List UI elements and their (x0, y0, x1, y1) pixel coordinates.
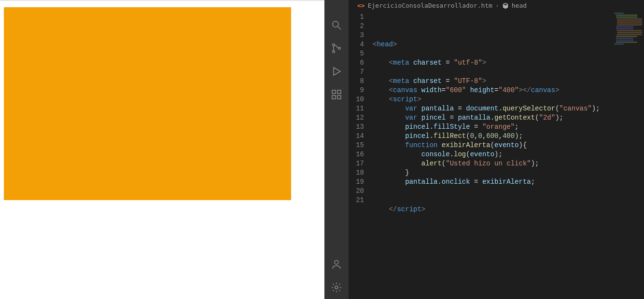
settings-gear-icon[interactable] (325, 276, 348, 299)
extensions-icon[interactable] (325, 83, 348, 106)
browser-preview-panel (0, 0, 324, 299)
canvas-rectangle[interactable] (4, 7, 291, 200)
line-number: 1 (349, 13, 364, 22)
code-line[interactable]: <meta charset = "utf-8"> (373, 58, 644, 68)
editor-body[interactable]: 123456789101112131415161718192021 <head>… (349, 11, 644, 299)
line-number: 9 (349, 86, 364, 95)
line-number: 2 (349, 22, 364, 31)
code-line[interactable]: } (373, 168, 644, 177)
svg-line-1 (338, 27, 341, 29)
line-number: 4 (349, 40, 364, 49)
breadcrumb[interactable]: <> EjercicioConsolaDesarrollador.htm › h… (349, 0, 644, 11)
line-number: 10 (349, 95, 364, 104)
line-number: 6 (349, 58, 364, 68)
svg-rect-9 (337, 95, 341, 99)
line-number: 19 (349, 177, 364, 187)
run-debug-icon[interactable] (325, 60, 348, 83)
line-number: 17 (349, 159, 364, 168)
code-line[interactable]: </script> (373, 205, 644, 214)
code-line[interactable]: pincel.fillStyle = "orange"; (373, 122, 644, 132)
line-number: 8 (349, 77, 364, 86)
code-line[interactable] (373, 68, 644, 77)
line-number: 20 (349, 187, 364, 196)
code-line[interactable]: alert("Usted hizo un click"); (373, 159, 644, 168)
line-number: 16 (349, 150, 364, 159)
code-content[interactable]: <head> <meta charset = "utf-8"> <meta ch… (373, 11, 644, 299)
code-line[interactable]: var pincel = pantalla.getContext("2d"); (373, 113, 644, 122)
breadcrumb-file[interactable]: EjercicioConsolaDesarrollador.htm (368, 2, 492, 9)
line-number: 18 (349, 168, 364, 177)
line-number: 7 (349, 68, 364, 77)
accounts-icon[interactable] (325, 253, 348, 276)
code-line[interactable]: <meta charset = "UTF-8"> (373, 77, 644, 86)
line-number: 3 (349, 31, 364, 40)
code-line[interactable] (373, 49, 644, 58)
line-number: 5 (349, 49, 364, 58)
svg-rect-6 (332, 90, 336, 94)
svg-rect-7 (337, 90, 341, 94)
code-line[interactable]: pantalla.onclick = exibirAlerta; (373, 177, 644, 187)
line-number: 15 (349, 141, 364, 150)
svg-marker-5 (334, 68, 340, 75)
editor-area: <> EjercicioConsolaDesarrollador.htm › h… (349, 0, 644, 299)
code-line[interactable]: function exibirAlerta(evento){ (373, 141, 644, 150)
file-type-icon: <> (357, 2, 365, 9)
symbol-icon (502, 1, 509, 9)
code-line[interactable]: <script> (373, 95, 644, 104)
svg-point-11 (335, 286, 338, 289)
code-line[interactable]: var pantalla = document.querySelector("c… (373, 104, 644, 113)
chevron-right-icon: › (495, 2, 499, 9)
line-number: 13 (349, 122, 364, 132)
code-line[interactable] (373, 214, 644, 223)
line-number: 11 (349, 104, 364, 113)
code-line[interactable] (373, 187, 644, 196)
line-number: 12 (349, 113, 364, 122)
activity-bar (324, 0, 349, 299)
svg-point-3 (333, 51, 335, 53)
code-line[interactable]: <head> (373, 40, 644, 49)
svg-point-4 (338, 47, 340, 49)
line-number: 14 (349, 132, 364, 141)
code-line[interactable]: <canvas width="600" height="400"></canva… (373, 86, 644, 95)
code-line[interactable] (373, 31, 644, 40)
line-number: 21 (349, 196, 364, 205)
svg-point-2 (333, 44, 335, 46)
source-control-icon[interactable] (325, 37, 348, 60)
svg-point-10 (335, 260, 338, 264)
line-number-gutter: 123456789101112131415161718192021 (349, 11, 373, 299)
svg-point-0 (333, 21, 338, 27)
code-line[interactable]: console.log(evento); (373, 150, 644, 159)
code-line[interactable] (373, 196, 644, 205)
search-icon[interactable] (325, 14, 348, 37)
svg-rect-8 (332, 95, 336, 99)
breadcrumb-symbol[interactable]: head (512, 2, 527, 9)
code-line[interactable]: pincel.fillRect(0,0,600,400); (373, 132, 644, 141)
